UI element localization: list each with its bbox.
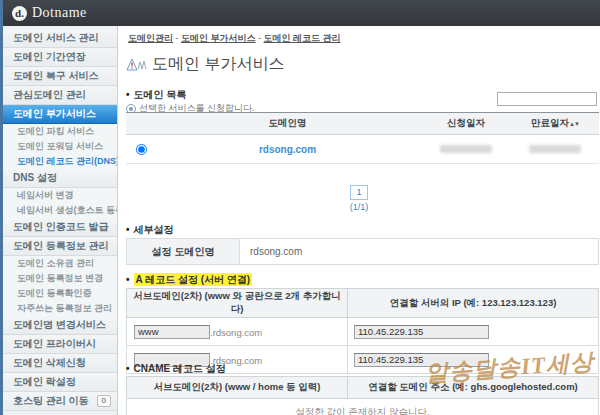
server-ip-input-1[interactable] xyxy=(354,325,489,339)
cname-target-header: 연결할 도메인 주소 (예: ghs.googlehosted.com) xyxy=(348,377,599,399)
top-bar: d. Dotname xyxy=(0,0,600,26)
sidebar-item[interactable]: 도메인 등록정보 관리 xyxy=(3,237,117,256)
redacted-applied-date xyxy=(440,145,492,153)
domain-column-header[interactable]: 도메인명 xyxy=(154,113,421,135)
page-title-text: 도메인 부가서비스 xyxy=(152,54,284,75)
sort-icon[interactable]: ▲▼ xyxy=(569,121,579,127)
a-record-header-row: 서브도메인(2차) (www 와 공란으로 2개 추가합니다) 연결할 서버의 … xyxy=(127,289,599,318)
domain-select-radio[interactable] xyxy=(136,144,147,155)
sidebar-item[interactable]: 도메인 소유권 관리 xyxy=(3,256,117,271)
sidebar-item[interactable]: 도메인 인증코드 발급 xyxy=(3,218,117,237)
sidebar-item[interactable]: DNS 설정 xyxy=(3,169,117,188)
domain-table-header-row: 도메인명 신청일자 만료일자▲▼ xyxy=(126,113,599,135)
breadcrumb: 도메인관리 - 도메인 부가서비스 - 도메인 레코드 관리 xyxy=(128,32,341,45)
sidebar-item[interactable]: 도메인 프라이버시 xyxy=(3,335,117,354)
warning-icon xyxy=(126,57,148,72)
detail-field-value: rdsong.com xyxy=(240,239,599,265)
a-record-ip-header: 연결할 서버의 IP (예: 123.123.123.123) xyxy=(348,289,599,318)
expiry-date-column-header[interactable]: 만료일자▲▼ xyxy=(511,113,599,135)
breadcrumb-link[interactable]: 도메인 부가서비스 xyxy=(181,33,256,43)
sidebar-item[interactable]: 도메인 서비스 관리 xyxy=(3,29,117,48)
detail-row: 설정 도메인명 rdsong.com xyxy=(127,239,599,265)
sidebar-item[interactable]: 도메인명 변경서비스 xyxy=(3,316,117,335)
domain-suffix: .rdsong.com xyxy=(210,326,262,337)
applied-date-column-header[interactable]: 신청일자 xyxy=(421,113,511,135)
cname-section-label: CNAME 레코드 설정 xyxy=(126,362,226,376)
subdomain-input-1[interactable] xyxy=(134,325,210,339)
sidebar-item[interactable]: 도메인 등록확인증 xyxy=(3,286,117,301)
sidebar-item[interactable]: 도메인 락설정 xyxy=(3,373,117,392)
sidebar-item[interactable]: 도메인 부가서비스 xyxy=(3,105,117,124)
cname-empty-row: 설정한 값이 존재하지 않습니다. xyxy=(127,399,599,415)
page-count-label: (1/1) xyxy=(118,202,600,212)
cname-empty-message: 설정한 값이 존재하지 않습니다. xyxy=(127,399,599,415)
domain-search-input[interactable] xyxy=(497,92,597,106)
detail-table: 설정 도메인명 rdsong.com xyxy=(126,238,599,265)
select-column-header xyxy=(126,113,154,135)
breadcrumb-link[interactable]: 도메인 레코드 관리 xyxy=(264,33,341,43)
sidebar-item[interactable]: 네임서버 변경 xyxy=(3,188,117,203)
sidebar-item[interactable]: 호스팅 관리 이동0 xyxy=(3,392,117,411)
page-number-button[interactable]: 1 xyxy=(350,185,368,200)
dotname-logo-icon: d. xyxy=(12,6,27,21)
sidebar-item[interactable]: 도메인 복구 서비스 xyxy=(3,67,117,86)
domain-table-row[interactable]: rdsong.com xyxy=(126,135,599,164)
cname-table: 서브도메인(2차) (www / home 등 입력) 연결할 도메인 주소 (… xyxy=(126,376,599,415)
sidebar-item[interactable]: 도메인 레코드 관리(DNS) xyxy=(3,154,117,169)
detail-section-label: 세부설정 xyxy=(126,223,174,237)
sidebar-nav: 도메인 서비스 관리도메인 기간연장도메인 복구 서비스관심도메인 관리도메인 … xyxy=(3,26,118,415)
brand-name: Dotname xyxy=(32,5,87,21)
cname-header-row: 서브도메인(2차) (www / home 등 입력) 연결할 도메인 주소 (… xyxy=(127,377,599,399)
page-title: 도메인 부가서비스 xyxy=(126,54,284,75)
pagination: 1 (1/1) xyxy=(118,181,600,212)
redacted-expiry-date xyxy=(529,145,581,153)
sidebar-item[interactable]: 도메인 삭제신청 xyxy=(3,354,117,373)
domain-table: 도메인명 신청일자 만료일자▲▼ rdsong.com xyxy=(126,112,599,164)
a-record-subdomain-header: 서브도메인(2차) (www 와 공란으로 2개 추가합니다) xyxy=(127,289,348,318)
a-record-section-label: A 레코드 설정 (서버 연결) xyxy=(126,273,252,287)
server-ip-input-2[interactable] xyxy=(354,353,489,367)
left-accent-strip xyxy=(0,0,3,415)
sidebar-item[interactable]: 도메인 포워딩 서비스 xyxy=(3,139,117,154)
sidebar-item[interactable]: 네임서버 생성(호스트 등록) xyxy=(3,203,117,218)
sidebar-item[interactable]: 도메인 파킹 서비스 xyxy=(3,124,117,139)
sidebar-item[interactable]: 도메인 기간연장 xyxy=(3,48,117,67)
cname-subdomain-header: 서브도메인(2차) (www / home 등 입력) xyxy=(127,377,348,399)
breadcrumb-link[interactable]: 도메인관리 xyxy=(128,33,173,43)
count-badge: 0 xyxy=(97,395,111,407)
a-record-row: .rdsong.com xyxy=(127,318,599,346)
domain-list-section-label: 도메인 목록 xyxy=(126,88,186,102)
domain-link[interactable]: rdsong.com xyxy=(259,144,316,155)
sidebar-item[interactable]: 관심도메인 관리 xyxy=(3,86,117,105)
sidebar-item[interactable]: 도메인 등록정보 변경 xyxy=(3,271,117,286)
main-content: 도메인관리 - 도메인 부가서비스 - 도메인 레코드 관리 도메인 부가서비스… xyxy=(118,26,600,415)
detail-field-label: 설정 도메인명 xyxy=(127,239,240,265)
sidebar-item[interactable]: 자주쓰는 등록정보 관리 xyxy=(3,301,117,316)
